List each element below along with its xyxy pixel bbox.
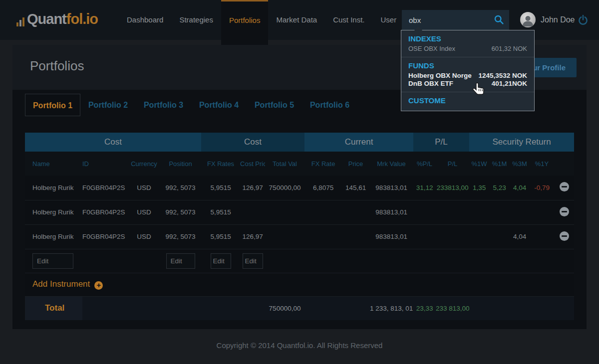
table-cell: F0GBR04P2S — [82, 176, 128, 200]
column-group-security-return: Security Return — [469, 133, 574, 152]
table-cell: 126,97 — [240, 224, 265, 249]
instrument-name: OSE OBX Index — [408, 45, 455, 53]
dropdown-section-title: CUSTOME — [408, 96, 527, 105]
table-cell: 5,9515 — [201, 176, 240, 200]
table-cell: USD — [128, 176, 160, 200]
table-cell — [413, 224, 436, 249]
table-cell — [304, 224, 342, 249]
dropdown-section-title: FUNDS — [408, 61, 527, 70]
tab-portfolio-6[interactable]: Portfolio 6 — [302, 94, 357, 116]
table-cell: 4,04 — [510, 176, 530, 200]
logout-power-icon[interactable] — [577, 14, 589, 26]
table-cell: 5,23 — [489, 176, 510, 200]
table-cell: 983813,01 — [369, 200, 413, 224]
table-cell — [489, 200, 510, 224]
edit-input-fx-rates[interactable] — [211, 253, 231, 269]
logo-text-orange: fol.io — [66, 11, 98, 27]
tab-portfolio-3[interactable]: Portfolio 3 — [136, 94, 191, 116]
avatar[interactable] — [520, 12, 536, 27]
instrument-price: 1245,3532 NOK — [478, 72, 527, 80]
search-dropdown: INDEXESOSE OBX Index601,32 NOKFUNDSHolbe… — [401, 30, 535, 111]
remove-row-button[interactable] — [560, 182, 569, 191]
dropdown-section-indexes: INDEXESOSE OBX Index601,32 NOK — [401, 30, 534, 57]
column-header-3m: %3M — [510, 152, 530, 176]
table-cell: F0GBR04P2S — [82, 200, 128, 224]
remove-row-button[interactable] — [560, 207, 569, 216]
table-cell: 983813,01 — [369, 176, 413, 200]
table-cell — [342, 200, 369, 224]
logo[interactable]: Quantfol.io — [16, 9, 98, 29]
column-header-fx-rate: FX Rate — [304, 152, 342, 176]
logo-text: Quantfol.io — [27, 9, 98, 29]
table-cell: 31,12 — [413, 176, 436, 200]
edit-input-cost-price[interactable] — [243, 253, 263, 269]
table-cell — [265, 200, 304, 224]
instrument-price: 401,21NOK — [492, 80, 527, 88]
column-header-1m: %1M — [489, 152, 510, 176]
table-cell: 5,9515 — [201, 200, 240, 224]
column-header-position: Position — [160, 152, 201, 176]
total-cell: 750000,00 — [265, 296, 304, 320]
table-cell — [489, 224, 510, 249]
remove-row-button[interactable] — [560, 231, 569, 241]
column-header-mrk-value: Mrk Value — [369, 152, 413, 176]
dropdown-item-dnb-obx-etf[interactable]: DnB OBX ETF401,21NOK — [408, 80, 527, 88]
table-cell: 750000,00 — [265, 176, 304, 200]
add-instrument-button[interactable]: Add Instrument — [32, 279, 90, 289]
table-cell: 6,8075 — [304, 176, 342, 200]
column-header-1w: %1W — [469, 152, 489, 176]
table-cell — [469, 200, 489, 224]
table-cell: F0GBR04P2S — [82, 224, 128, 249]
edit-input-name[interactable] — [32, 253, 73, 269]
nav-item-strategies[interactable]: Strategies — [171, 0, 221, 40]
tab-portfolio-5[interactable]: Portfolio 5 — [247, 94, 302, 116]
column-header-currency: Currency — [128, 152, 160, 176]
column-group-cost: Cost — [25, 133, 201, 152]
column-header-p-l: %P/L — [413, 152, 436, 176]
table-cell-actions — [554, 176, 574, 200]
footer-copyright: Copyright © 2014 Quantfol.io. All Rights… — [0, 341, 599, 350]
search-icon[interactable] — [494, 14, 505, 25]
tab-portfolio-4[interactable]: Portfolio 4 — [191, 94, 247, 116]
table-row: Holberg RurikF0GBR04P2SUSD992, 50735,951… — [25, 176, 574, 200]
table-cell: USD — [128, 224, 160, 249]
nav-item-dashboard[interactable]: Dashboard — [119, 0, 171, 40]
column-group-cost: Cost — [201, 133, 304, 152]
dropdown-section-funds: FUNDSHolberg OBX Norge1245,3532 NOKDnB O… — [401, 57, 534, 92]
table-cell: Holberg Rurik — [25, 176, 82, 200]
nav-item-portfolios[interactable]: Portfolios — [221, 0, 269, 45]
column-header-blank — [554, 152, 574, 176]
table-cell: 992, 5073 — [160, 200, 201, 224]
column-header-id: ID — [82, 152, 128, 176]
table-cell: Holberg Rurik — [25, 224, 82, 249]
table-cell — [413, 200, 436, 224]
user-name[interactable]: John Doe — [541, 0, 575, 40]
edit-input-position[interactable] — [166, 253, 195, 269]
dropdown-item-holberg-obx-norge[interactable]: Holberg OBX Norge1245,3532 NOK — [408, 72, 527, 80]
table-cell — [530, 224, 554, 249]
column-header-total-val: Total Val — [265, 152, 304, 176]
nav-item-cust-inst[interactable]: Cust Inst. — [325, 0, 372, 40]
column-header-p-l: P/L — [436, 152, 469, 176]
table-cell: 4,04 — [510, 224, 530, 249]
table-cell — [530, 200, 554, 224]
plus-icon[interactable]: + — [94, 281, 103, 290]
table-cell: 5,9515 — [201, 224, 240, 249]
logo-text-gray: Quant — [27, 11, 66, 27]
table-cell — [240, 200, 265, 224]
table-cell — [265, 224, 304, 249]
nav-item-market-data[interactable]: Market Data — [268, 0, 325, 40]
nav-item-user[interactable]: User — [373, 0, 405, 40]
table-cell: USD — [128, 200, 160, 224]
tab-portfolio-2[interactable]: Portfolio 2 — [80, 94, 136, 116]
tab-portfolio-1[interactable]: Portfolio 1 — [25, 94, 80, 116]
add-instrument-row: Add Instrument+ — [25, 273, 574, 296]
dropdown-item-ose-obx-index[interactable]: OSE OBX Index601,32 NOK — [408, 45, 527, 53]
table-cell — [342, 224, 369, 249]
table-row: Holberg RurikF0GBR04P2SUSD992, 50735,951… — [25, 224, 574, 249]
table-cell: 1,35 — [469, 176, 489, 200]
table-cell-actions — [554, 200, 574, 224]
table-cell — [436, 200, 469, 224]
table-cell — [304, 200, 342, 224]
table-cell-actions — [554, 224, 574, 249]
